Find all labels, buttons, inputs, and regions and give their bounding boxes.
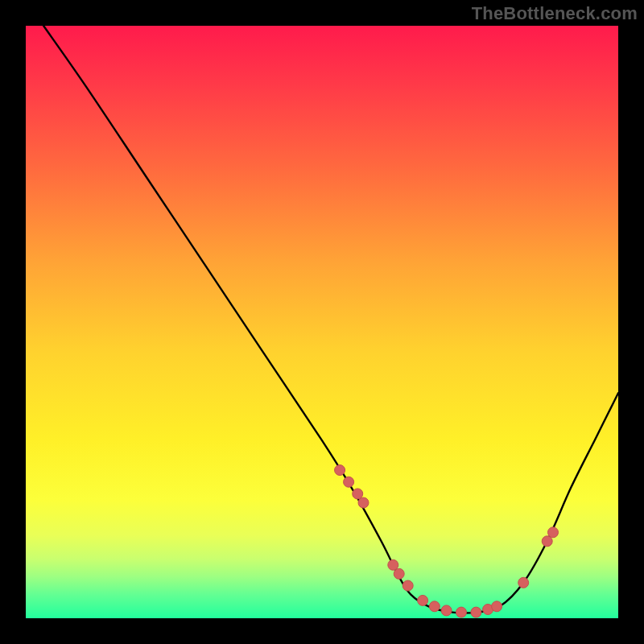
highlight-marker [402,580,413,591]
highlight-marker [353,489,363,499]
highlight-marker [418,595,428,605]
highlight-marker [471,607,481,617]
highlight-marker [542,536,552,547]
chart-root: TheBottleneck.com [0,0,644,644]
highlight-marker [394,568,404,579]
highlight-marker [441,605,452,616]
highlight-marker [548,527,559,538]
highlight-marker [518,577,529,588]
highlight-marker [492,601,502,612]
plot-overlay-svg [26,26,618,618]
bottleneck-curve [43,26,618,613]
highlight-marker [335,465,345,476]
highlight-marker [344,477,354,487]
highlight-markers-group [335,465,559,618]
highlight-marker [358,497,369,508]
highlight-marker [456,607,467,617]
highlight-marker [429,601,440,612]
highlight-marker [388,559,398,570]
watermark-text: TheBottleneck.com [472,3,638,24]
